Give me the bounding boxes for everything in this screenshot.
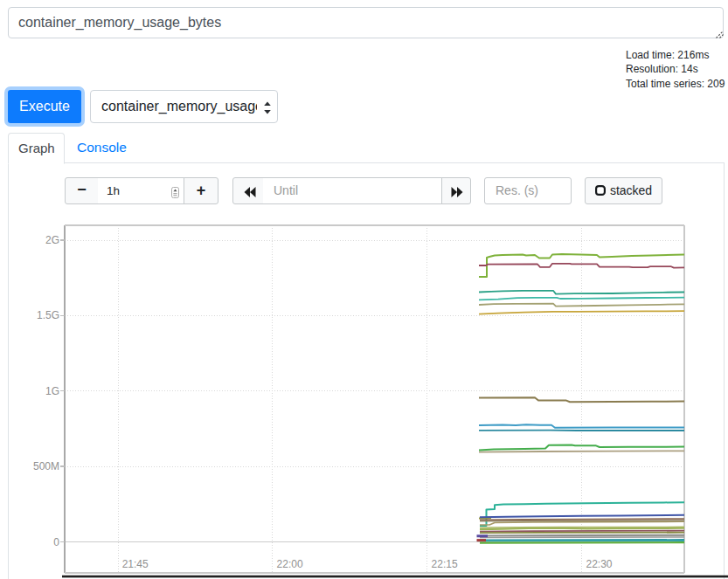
svg-text:0: 0 [53, 536, 59, 548]
svg-text:22:15: 22:15 [432, 558, 458, 570]
svg-text:1G: 1G [45, 385, 59, 397]
svg-text:1.5G: 1.5G [37, 309, 59, 321]
svg-text:22:00: 22:00 [277, 558, 303, 570]
svg-text:2G: 2G [45, 234, 59, 246]
svg-text:500M: 500M [33, 460, 59, 472]
svg-text:21:45: 21:45 [122, 558, 149, 570]
svg-text:22:30: 22:30 [586, 558, 613, 570]
